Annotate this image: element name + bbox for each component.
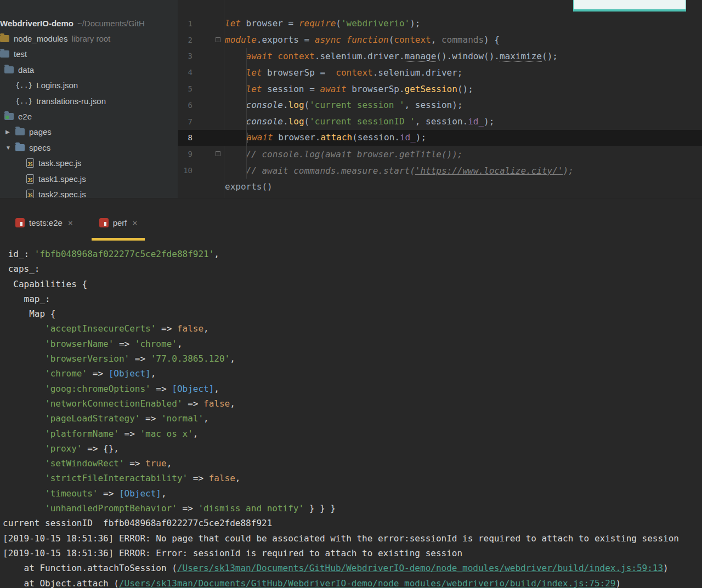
code-text[interactable]: let session = await browserSp.getSession…: [224, 84, 473, 94]
code-editor[interactable]: 1let browser = require('webdriverio');2m…: [178, 0, 702, 198]
console-text: ,: [203, 323, 209, 334]
stack-trace-link[interactable]: /Users/sk13man/Documents/GitHub/Webdrive…: [177, 563, 663, 573]
console-line: 'browserName' => 'chrome',: [3, 339, 702, 353]
code-text[interactable]: let browser = require('webdriverio');: [224, 18, 420, 28]
code-line-4: 4 let browserSp = context.selenium.drive…: [178, 64, 702, 81]
console-text: =>: [119, 429, 140, 439]
fold-marker-icon[interactable]: [216, 151, 220, 156]
tab-close-icon[interactable]: ×: [68, 218, 73, 227]
line-number: 4: [178, 68, 195, 77]
folder-icon: [4, 66, 14, 73]
tree-item-specs[interactable]: ▼specs: [0, 140, 178, 155]
code-text[interactable]: console.log('current sessionID ', sessio…: [224, 116, 494, 127]
code-text[interactable]: await context.selenium.driver.manage().w…: [224, 51, 558, 61]
console-tab-tests-e2e[interactable]: tests:e2e×: [8, 201, 81, 244]
console-text: 'pageLoadStrategy': [45, 413, 140, 424]
tab-label: tests:e2e: [29, 218, 63, 227]
gutter-fold-area: [195, 130, 224, 146]
code-token: id_: [400, 132, 416, 142]
console-text: 'platformName': [45, 429, 119, 439]
console-tab-bar: tests:e2e×perf×: [0, 198, 702, 247]
console-line: current sessionID fbfb048968af022277c5ce…: [3, 518, 702, 533]
tree-item-task1-spec-js[interactable]: JStask1.spec.js: [0, 171, 178, 186]
gutter-fold-area: [195, 113, 224, 130]
code-token: (: [304, 100, 310, 110]
gutter-fold-area: [195, 162, 224, 179]
console-line: map_:: [3, 294, 702, 309]
console-line: [2019-10-15 18:51:36] ERROR: No page tha…: [3, 533, 702, 548]
chevron-right-icon[interactable]: ▶: [5, 129, 15, 135]
project-root-row[interactable]: WebdriverIO-demo ~/Documents/GitH: [0, 15, 178, 31]
console-line: at Object.attach (/Users/sk13man/Documen…: [3, 578, 702, 588]
js-badge: JS: [27, 178, 33, 183]
code-text[interactable]: // await commands.measure.start('https:/…: [224, 165, 574, 176]
code-token: );: [563, 165, 574, 176]
code-line-6: 6 console.log('current session ', sessio…: [178, 97, 702, 113]
code-token: let: [246, 84, 262, 94]
line-number: 8: [178, 133, 195, 142]
console-text: 'browserVersion': [45, 353, 129, 364]
tree-item-data[interactable]: data: [0, 62, 178, 77]
tree-item-label: pages: [29, 127, 52, 136]
console-text: true: [145, 458, 167, 469]
code-text[interactable]: module.exports = async function(context,…: [224, 35, 500, 45]
code-lines: 1let browser = require('webdriverio');2m…: [178, 15, 702, 195]
tree-item-translations-ru-json[interactable]: {..}translations-ru.json: [0, 93, 178, 109]
code-token: 'https://www.localize.city/': [415, 165, 563, 176]
code-token: log: [288, 116, 304, 127]
code-token: [225, 132, 246, 142]
tab-label: perf: [113, 218, 127, 227]
js-icon: JS: [26, 190, 34, 198]
code-token: ) {: [484, 35, 500, 45]
code-token: .: [283, 116, 288, 127]
tree-item-test[interactable]: test: [0, 47, 178, 62]
console-line: 'acceptInsecureCerts' => false,: [3, 323, 702, 338]
console-text: =>: [87, 368, 109, 379]
console-text: false: [203, 398, 230, 409]
console-text: [3, 323, 45, 334]
project-tree: node_moduleslibrary roottestdata{..}Logi…: [0, 31, 178, 198]
code-text[interactable]: exports(): [224, 181, 273, 192]
console-text: ,: [230, 398, 235, 409]
stack-trace-link[interactable]: /Users/sk13man/Documents/GitHub/Webdrive…: [119, 578, 615, 588]
tree-item-label: node_modules: [14, 34, 67, 43]
tree-item-logins-json[interactable]: {..}Logins.json: [0, 78, 178, 93]
console-tab-perf[interactable]: perf×: [92, 201, 145, 244]
console-text: =>: [98, 488, 119, 499]
console-text: =>: [156, 323, 177, 334]
console-text: [3, 398, 45, 409]
chevron-down-icon[interactable]: ▼: [5, 145, 15, 151]
console-line: [2019-10-15 18:51:36] ERROR: Error: sess…: [3, 548, 702, 563]
code-token: attach: [320, 132, 352, 142]
code-text[interactable]: console.log('current session ', session)…: [224, 100, 463, 110]
console-text: 'setWindowRect': [45, 458, 124, 469]
console-text: =>: [188, 473, 209, 483]
code-token: context: [278, 51, 314, 61]
gutter-fold-area: [195, 81, 224, 97]
console-text: =>: [129, 353, 151, 364]
js-badge: JS: [27, 162, 33, 167]
code-token: ().window().: [436, 51, 500, 61]
code-text[interactable]: let browserSp = context.selenium.driver;: [224, 67, 463, 78]
console-text: 'chrome': [45, 368, 87, 379]
code-token: browser =: [241, 18, 299, 28]
fold-marker-icon[interactable]: [216, 37, 220, 42]
code-text[interactable]: await browser.attach(session.id_);: [224, 132, 426, 143]
tree-item-node-modules[interactable]: node_moduleslibrary root: [0, 31, 178, 46]
code-token: // console.log(await browser.getTitle())…: [246, 149, 463, 159]
console-text: 'proxy': [45, 443, 82, 454]
project-root-name: WebdriverIO-demo: [0, 19, 73, 28]
code-token: [273, 51, 278, 61]
tree-item-e2e[interactable]: e2e: [0, 109, 178, 124]
tree-item-pages[interactable]: ▶pages: [0, 124, 178, 140]
line-number: 9: [178, 150, 195, 158]
console-text: 'browserName': [45, 339, 114, 349]
console-text: ,: [193, 429, 199, 439]
tree-item-task2-spec-js[interactable]: JStask2.spec.js: [0, 186, 178, 198]
code-token: );: [410, 18, 420, 28]
code-token: (session.: [352, 132, 400, 142]
code-text[interactable]: // console.log(await browser.getTitle())…: [224, 149, 462, 159]
console-text: =>: [140, 413, 161, 424]
tree-item-task-spec-js[interactable]: JStask.spec.js: [0, 156, 178, 171]
tab-close-icon[interactable]: ×: [133, 218, 138, 227]
